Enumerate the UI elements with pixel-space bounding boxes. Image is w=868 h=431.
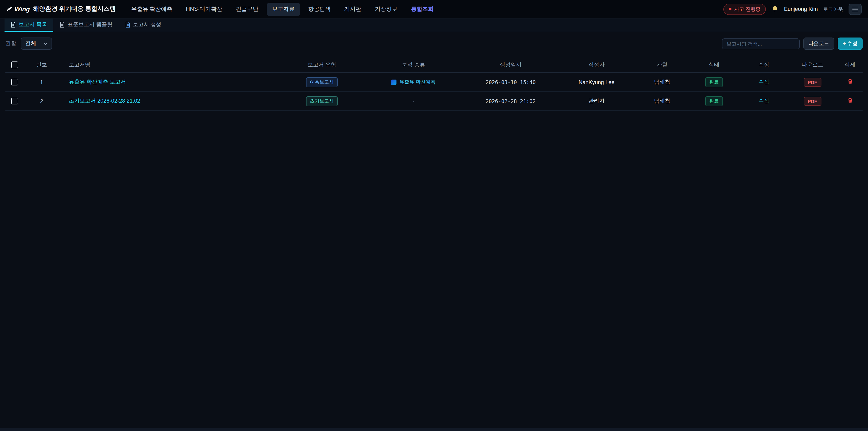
download-button[interactable]: 다운로드 — [803, 37, 834, 50]
tab-label: 표준보고서 템플릿 — [68, 21, 113, 29]
hamburger-menu-icon[interactable] — [848, 3, 862, 15]
row-checkbox[interactable] — [11, 79, 18, 86]
report-name-link[interactable]: 초기보고서 2026-02-28 21:02 — [69, 98, 140, 104]
analysis-type-cell: 유출유 확산예측 — [363, 79, 464, 86]
col-header-7: 상태 — [688, 61, 740, 68]
analysis-label: 유출유 확산예측 — [399, 79, 436, 86]
created-at: 2026-03-10 15:40 — [464, 79, 557, 85]
report-type-badge: 예측보고서 — [306, 77, 338, 87]
footer-strip — [0, 428, 868, 431]
tab-2[interactable]: 보고서 생성 — [119, 19, 168, 32]
pdf-download-badge[interactable]: PDF — [804, 96, 821, 105]
tab-1[interactable]: 표준보고서 템플릿 — [54, 19, 119, 32]
incident-label: 사고 진행중 — [734, 6, 761, 12]
jurisdiction-label: 관할 — [5, 40, 16, 48]
document-icon — [60, 22, 65, 28]
col-header-10: 삭제 — [837, 61, 863, 68]
col-header-3: 분석 종류 — [363, 61, 464, 68]
search-input[interactable] — [722, 38, 800, 49]
incident-dot-icon — [729, 8, 732, 10]
created-at: 2026-02-28 21:02 — [464, 98, 557, 104]
status-badge: 완료 — [705, 77, 723, 87]
table-row: 1 유출유 확산예측 보고서 예측보고서 유출유 확산예측 2026-03-10… — [5, 73, 863, 92]
analysis-type-cell: - — [363, 98, 464, 104]
edit-link[interactable]: 수정 — [758, 98, 769, 104]
trash-icon[interactable] — [847, 78, 853, 85]
incident-status-badge[interactable]: 사고 진행중 — [723, 3, 766, 15]
tab-0[interactable]: 보고서 목록 — [4, 19, 54, 32]
nav-item-1[interactable]: HNS·대기확산 — [180, 2, 228, 16]
col-header-0: 번호 — [24, 61, 60, 68]
select-all-checkbox[interactable] — [11, 61, 18, 68]
row-number: 2 — [24, 98, 60, 104]
top-bar: Wing 해양환경 위기대응 통합시스템 유출유 확산예측HNS·대기확산긴급구… — [0, 0, 868, 19]
trash-icon[interactable] — [847, 97, 853, 103]
tab-bar: 보고서 목록표준보고서 템플릿보고서 생성 — [0, 19, 868, 32]
user-name: Eunjeong Kim — [784, 6, 818, 12]
tab-label: 보고서 생성 — [133, 21, 161, 29]
nav-item-0[interactable]: 유출유 확산예측 — [126, 2, 178, 16]
report-type-badge: 초기보고서 — [306, 96, 338, 106]
col-header-5: 작성자 — [557, 61, 636, 68]
col-header-1: 보고서명 — [60, 61, 281, 68]
edit-link[interactable]: 수정 — [758, 79, 769, 85]
col-header-8: 수정 — [740, 61, 787, 68]
author: NanKyung Lee — [557, 79, 636, 85]
analysis-icon — [391, 79, 397, 85]
author: 관리자 — [557, 97, 636, 105]
table-body: 1 유출유 확산예측 보고서 예측보고서 유출유 확산예측 2026-03-10… — [5, 73, 863, 111]
logout-button[interactable]: 로그아웃 — [823, 6, 843, 12]
nav-item-2[interactable]: 긴급구난 — [230, 2, 264, 16]
nav-item-4[interactable]: 항공탐색 — [303, 2, 336, 16]
logo-text: Wing — [14, 5, 30, 13]
document-icon — [125, 22, 130, 28]
wing-logo-icon: Wing — [6, 5, 30, 13]
top-right: 사고 진행중 Eunjeong Kim 로그아웃 — [723, 3, 862, 15]
jurisdiction-value: 전체 — [25, 40, 36, 48]
create-button[interactable]: + 수정 — [838, 37, 863, 50]
tab-label: 보고서 목록 — [19, 21, 47, 29]
brand: Wing 해양환경 위기대응 통합시스템 — [6, 5, 116, 13]
app-root: Wing 해양환경 위기대응 통합시스템 유출유 확산예측HNS·대기확산긴급구… — [0, 0, 868, 431]
pdf-download-badge[interactable]: PDF — [804, 78, 821, 87]
table-row: 2 초기보고서 2026-02-28 21:02 초기보고서 - 2026-02… — [5, 92, 863, 111]
status-badge: 완료 — [705, 96, 723, 106]
col-header-2: 보고서 유형 — [281, 61, 363, 68]
row-checkbox[interactable] — [11, 98, 18, 104]
document-icon — [11, 22, 16, 28]
col-header-9: 다운로드 — [787, 61, 837, 68]
jurisdiction: 남해청 — [636, 97, 688, 105]
nav-item-5[interactable]: 게시판 — [339, 2, 367, 16]
nav-item-3[interactable]: 보고자료 — [267, 2, 300, 16]
main-nav: 유출유 확산예측HNS·대기확산긴급구난보고자료항공탐색게시판기상정보통합조회 — [126, 2, 723, 16]
col-header-4: 생성일시 — [464, 61, 557, 68]
filter-row: 관할 전체 다운로드 + 수정 — [5, 37, 863, 50]
nav-item-7[interactable]: 통합조회 — [405, 2, 439, 16]
content: 관할 전체 다운로드 + 수정 번호보고서명보고서 유형분석 종류생성일시작성자… — [0, 37, 868, 111]
row-number: 1 — [24, 79, 60, 85]
chevron-down-icon — [43, 42, 48, 45]
report-name-link[interactable]: 유출유 확산예측 보고서 — [69, 79, 126, 85]
bell-icon[interactable] — [772, 5, 779, 13]
brand-title: 해양환경 위기대응 통합시스템 — [33, 5, 116, 13]
jurisdiction-select[interactable]: 전체 — [21, 37, 52, 50]
table-header: 번호보고서명보고서 유형분석 종류생성일시작성자관할상태수정다운로드삭제 — [5, 57, 863, 73]
nav-item-6[interactable]: 기상정보 — [369, 2, 403, 16]
jurisdiction: 남해청 — [636, 78, 688, 86]
col-header-6: 관할 — [636, 61, 688, 68]
